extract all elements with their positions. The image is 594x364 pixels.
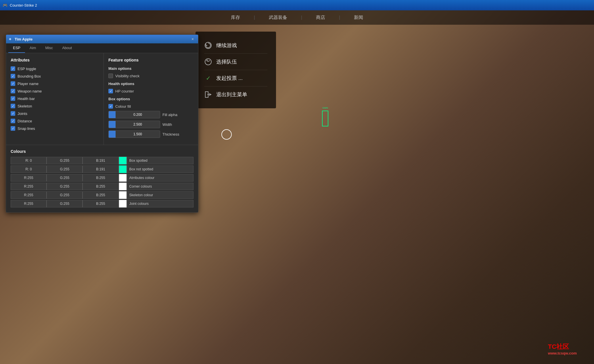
colour-name-2: Atrributes colour — [127, 174, 193, 182]
colour-row-3: R:255 G:255 B:255 Corner colours — [11, 182, 193, 190]
menu-item-vote[interactable]: ✓ 发起投票 ... — [204, 70, 267, 86]
nav-item-news[interactable]: 新闻 — [352, 14, 365, 22]
slider-row-width: 2.500 Width — [108, 121, 193, 128]
menu-item-team[interactable]: 选择队伍 — [204, 54, 267, 70]
colour-swatch-1[interactable] — [119, 165, 127, 173]
tab-esp[interactable]: ESP — [8, 43, 25, 53]
attr-esp-toggle: ESP toggle — [11, 66, 99, 71]
attr-label-player-name: Player name — [18, 82, 39, 86]
colour-swatch-5[interactable] — [119, 200, 127, 208]
checkbox-player-name[interactable] — [11, 81, 15, 86]
colour-swatch-3[interactable] — [119, 182, 127, 190]
menu-item-quit[interactable]: 退出到主菜单 — [204, 86, 267, 103]
option-colour-fill: Colour fill — [108, 104, 193, 109]
option-visibility-check: Visibility check — [108, 74, 193, 78]
watermark: TC社区 www.tcsqw.com — [548, 342, 577, 355]
checkbox-skeleton[interactable] — [11, 104, 15, 108]
quit-icon — [204, 90, 212, 99]
checkbox-hp-counter[interactable] — [108, 89, 113, 93]
tab-misc[interactable]: Misc — [41, 43, 58, 53]
checkbox-bounding-box[interactable] — [11, 74, 15, 78]
checkbox-joints[interactable] — [11, 111, 15, 116]
colour-g-0: G:255 — [47, 157, 83, 164]
menu-text-vote: 发起投票 ... — [216, 75, 243, 82]
colour-name-5: Joint colours — [127, 200, 193, 207]
attr-joints: Joints — [11, 111, 99, 116]
checkbox-distance[interactable] — [11, 119, 15, 123]
slider-value-fill-alpha: 0.200 — [116, 113, 160, 117]
colour-swatch-4[interactable] — [119, 191, 127, 199]
colour-row-2: R:255 G:255 B:255 Atrributes colour — [11, 174, 193, 182]
attr-label-health-bar: Health bar — [18, 97, 35, 101]
colour-r-4: R:255 — [11, 191, 47, 199]
colour-g-3: G:255 — [47, 183, 83, 190]
colour-name-4: Skeleton colour — [127, 191, 193, 199]
esp-player-label: GAIN — [322, 107, 328, 109]
panel-diamond-icon: ◆ — [9, 37, 13, 41]
panel-title: Tim Apple — [15, 37, 32, 41]
slider-width[interactable]: 2.500 — [108, 121, 160, 128]
colour-b-3: B:255 — [83, 183, 118, 190]
colour-b-2: B:255 — [83, 174, 118, 182]
slider-value-thickness: 1.500 — [116, 132, 160, 136]
app-icon: 🎮 — [2, 3, 7, 8]
tab-bar: ESP Aim Misc About — [6, 43, 198, 53]
slider-label-fill-alpha: Fill alpha — [162, 113, 177, 117]
menu-text-quit: 退出到主菜单 — [216, 91, 247, 98]
colour-swatch-0[interactable] — [119, 157, 127, 165]
attr-health-bar: Health bar — [11, 96, 99, 101]
tab-about[interactable]: About — [58, 43, 76, 53]
main-options-title: Main options — [108, 66, 193, 71]
feature-panel: Feature options Main options Visibility … — [104, 53, 198, 145]
slider-fill-alpha[interactable]: 0.200 — [108, 111, 160, 118]
colour-swatch-2[interactable] — [119, 174, 127, 182]
nav-bar: 库存 | 武器装备 | 商店 | 新闻 — [0, 10, 594, 25]
colour-b-4: B:255 — [83, 191, 118, 199]
nav-sep-2: | — [301, 15, 302, 20]
colour-row-5: R:255 G:255 B:255 Joint colours — [11, 200, 193, 208]
tab-aim[interactable]: Aim — [25, 43, 41, 53]
colour-b-1: B:191 — [83, 165, 118, 173]
crosshair — [221, 129, 232, 140]
attr-label-bounding-box: Bounding Box — [18, 74, 41, 78]
colour-name-0: Box spotted — [127, 157, 193, 164]
panel-close-button[interactable]: × — [190, 36, 195, 42]
panel-titlebar: ◆ Tim Apple × — [6, 35, 198, 43]
colour-g-2: G:255 — [47, 174, 83, 182]
menu-item-continue[interactable]: 继续游戏 — [204, 37, 267, 54]
attr-bounding-box: Bounding Box — [11, 74, 99, 78]
checkbox-colour-fill[interactable] — [108, 104, 113, 109]
watermark-logo: TC社区 — [548, 342, 577, 351]
attr-label-distance: Distance — [18, 119, 32, 123]
panel-title-left: ◆ Tim Apple — [9, 37, 32, 41]
attr-label-skeleton: Skeleton — [18, 104, 32, 108]
slider-thickness[interactable]: 1.500 — [108, 130, 160, 138]
continue-icon — [204, 41, 212, 49]
team-icon — [204, 58, 212, 66]
feature-title: Feature options — [108, 58, 193, 62]
vote-check-icon: ✓ — [204, 74, 212, 82]
attr-skeleton: Skeleton — [11, 104, 99, 108]
nav-item-weapons[interactable]: 武器装备 — [267, 14, 290, 22]
checkbox-weapon-name[interactable] — [11, 89, 15, 93]
slider-swatch-width — [109, 121, 116, 128]
colours-section: Colours R: 0 G:255 B:191 Box spotted R: … — [6, 145, 198, 212]
colour-r-0: R: 0 — [11, 157, 47, 164]
attr-weapon-name: Weapon name — [11, 89, 99, 93]
label-hp-counter: HP counter — [115, 89, 134, 93]
esp-panel: ◆ Tim Apple × ESP Aim Misc About Attribu… — [6, 34, 198, 213]
slider-label-width: Width — [162, 122, 172, 127]
slider-swatch-fill-alpha — [109, 111, 116, 118]
checkbox-health-bar[interactable] — [11, 96, 15, 101]
checkbox-snap-lines[interactable] — [11, 126, 15, 131]
attr-distance: Distance — [11, 119, 99, 123]
watermark-url: www.tcsqw.com — [548, 351, 577, 355]
nav-item-shop[interactable]: 商店 — [314, 14, 327, 22]
esp-player-box: GAIN — [322, 111, 328, 126]
colour-b-0: B:191 — [83, 157, 118, 164]
colour-name-3: Corner colours — [127, 183, 193, 190]
label-visibility-check: Visibility check — [115, 74, 139, 78]
checkbox-esp-toggle[interactable] — [11, 66, 15, 71]
nav-item-inventory[interactable]: 库存 — [229, 14, 242, 22]
checkbox-visibility-check[interactable] — [108, 74, 113, 78]
